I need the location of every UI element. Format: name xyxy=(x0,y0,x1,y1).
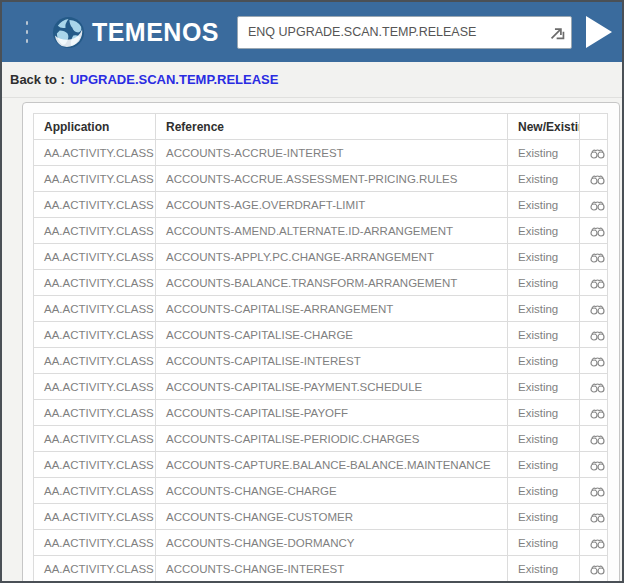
cell-status: Existing xyxy=(508,192,580,218)
table-row: AA.ACTIVITY.CLASS ACCOUNTS-CHANGE-CHARGE… xyxy=(34,478,608,504)
table-row: AA.ACTIVITY.CLASS ACCOUNTS-ACCRUE-INTERE… xyxy=(34,140,608,166)
cell-application: AA.ACTIVITY.CLASS xyxy=(34,270,156,296)
binoculars-icon xyxy=(590,434,605,445)
cell-application: AA.ACTIVITY.CLASS xyxy=(34,452,156,478)
play-icon[interactable] xyxy=(586,16,612,48)
cell-application: AA.ACTIVITY.CLASS xyxy=(34,140,156,166)
table-row: AA.ACTIVITY.CLASS ACCOUNTS-CAPITALISE-AR… xyxy=(34,296,608,322)
table-row: AA.ACTIVITY.CLASS ACCOUNTS-CHANGE-INTERE… xyxy=(34,556,608,582)
view-record-button[interactable] xyxy=(580,400,608,426)
cell-status: Existing xyxy=(508,296,580,322)
table-row: AA.ACTIVITY.CLASS ACCOUNTS-CAPITALISE-PA… xyxy=(34,400,608,426)
binoculars-icon xyxy=(590,538,605,549)
table-row: AA.ACTIVITY.CLASS ACCOUNTS-ACCRUE.ASSESS… xyxy=(34,166,608,192)
view-record-button[interactable] xyxy=(580,530,608,556)
cell-reference: ACCOUNTS-AMEND.ALTERNATE.ID-ARRANGEMENT xyxy=(156,218,508,244)
menu-icon[interactable] xyxy=(26,16,28,48)
cell-status: Existing xyxy=(508,556,580,582)
binoculars-icon xyxy=(590,226,605,237)
cell-reference: ACCOUNTS-CHANGE-CHARGE xyxy=(156,478,508,504)
cell-status: Existing xyxy=(508,322,580,348)
binoculars-icon xyxy=(590,330,605,341)
cell-application: AA.ACTIVITY.CLASS xyxy=(34,400,156,426)
view-record-button[interactable] xyxy=(580,452,608,478)
table-row: AA.ACTIVITY.CLASS ACCOUNTS-CAPITALISE-CH… xyxy=(34,322,608,348)
binoculars-icon xyxy=(590,486,605,497)
cell-application: AA.ACTIVITY.CLASS xyxy=(34,166,156,192)
column-header-new-existing: New/Existing xyxy=(508,114,580,140)
cell-reference: ACCOUNTS-CAPITALISE-ARRANGEMENT xyxy=(156,296,508,322)
table-row: AA.ACTIVITY.CLASS ACCOUNTS-AMEND.ALTERNA… xyxy=(34,218,608,244)
view-record-button[interactable] xyxy=(580,348,608,374)
binoculars-icon xyxy=(590,382,605,393)
view-record-button[interactable] xyxy=(580,374,608,400)
cell-application: AA.ACTIVITY.CLASS xyxy=(34,426,156,452)
view-record-button[interactable] xyxy=(580,244,608,270)
cell-reference: ACCOUNTS-CAPITALISE-CHARGE xyxy=(156,322,508,348)
view-record-button[interactable] xyxy=(580,218,608,244)
cell-application: AA.ACTIVITY.CLASS xyxy=(34,218,156,244)
binoculars-icon xyxy=(590,408,605,419)
temenos-logo: TEMENOS xyxy=(52,16,219,49)
table-row: AA.ACTIVITY.CLASS ACCOUNTS-AGE.OVERDRAFT… xyxy=(34,192,608,218)
cell-status: Existing xyxy=(508,374,580,400)
command-input[interactable] xyxy=(237,16,572,49)
column-header-application: Application xyxy=(34,114,156,140)
cell-reference: ACCOUNTS-AGE.OVERDRAFT-LIMIT xyxy=(156,192,508,218)
table-row: AA.ACTIVITY.CLASS ACCOUNTS-CHANGE-CUSTOM… xyxy=(34,504,608,530)
table-row: AA.ACTIVITY.CLASS ACCOUNTS-CAPTURE.BALAN… xyxy=(34,452,608,478)
table-row: AA.ACTIVITY.CLASS ACCOUNTS-CHANGE-DORMAN… xyxy=(34,530,608,556)
menu-bar xyxy=(26,30,28,34)
binoculars-icon xyxy=(590,252,605,263)
results-table: Application Reference New/Existing AA.AC… xyxy=(33,113,608,582)
cell-application: AA.ACTIVITY.CLASS xyxy=(34,192,156,218)
cell-status: Existing xyxy=(508,478,580,504)
globe-icon xyxy=(52,16,85,49)
table-row: AA.ACTIVITY.CLASS ACCOUNTS-BALANCE.TRANS… xyxy=(34,270,608,296)
cell-status: Existing xyxy=(508,218,580,244)
binoculars-icon xyxy=(590,512,605,523)
menu-bar xyxy=(26,21,28,25)
binoculars-icon xyxy=(590,356,605,367)
binoculars-icon xyxy=(590,304,605,315)
table-row: AA.ACTIVITY.CLASS ACCOUNTS-CAPITALISE-PA… xyxy=(34,374,608,400)
cell-status: Existing xyxy=(508,530,580,556)
cell-application: AA.ACTIVITY.CLASS xyxy=(34,244,156,270)
launch-icon[interactable] xyxy=(549,24,566,41)
view-record-button[interactable] xyxy=(580,504,608,530)
view-record-button[interactable] xyxy=(580,140,608,166)
cell-application: AA.ACTIVITY.CLASS xyxy=(34,530,156,556)
view-record-button[interactable] xyxy=(580,192,608,218)
view-record-button[interactable] xyxy=(580,166,608,192)
view-record-button[interactable] xyxy=(580,478,608,504)
view-record-button[interactable] xyxy=(580,426,608,452)
cell-reference: ACCOUNTS-CAPITALISE-INTEREST xyxy=(156,348,508,374)
cell-reference: ACCOUNTS-ACCRUE.ASSESSMENT-PRICING.RULES xyxy=(156,166,508,192)
view-record-button[interactable] xyxy=(580,270,608,296)
app-window: TEMENOS Back to : UPGRADE.SCAN.TEMP.RELE… xyxy=(0,0,624,583)
column-header-reference: Reference xyxy=(156,114,508,140)
menu-bar xyxy=(26,39,28,43)
cell-status: Existing xyxy=(508,140,580,166)
view-record-button[interactable] xyxy=(580,556,608,582)
cell-status: Existing xyxy=(508,400,580,426)
table-header-row: Application Reference New/Existing xyxy=(34,114,608,140)
cell-reference: ACCOUNTS-CAPITALISE-PAYMENT.SCHEDULE xyxy=(156,374,508,400)
cell-status: Existing xyxy=(508,166,580,192)
table-row: AA.ACTIVITY.CLASS ACCOUNTS-CAPITALISE-PE… xyxy=(34,426,608,452)
binoculars-icon xyxy=(590,460,605,471)
cell-reference: ACCOUNTS-CHANGE-CUSTOMER xyxy=(156,504,508,530)
top-banner: TEMENOS xyxy=(2,2,622,62)
cell-application: AA.ACTIVITY.CLASS xyxy=(34,556,156,582)
results-panel: Application Reference New/Existing AA.AC… xyxy=(22,102,620,583)
cell-status: Existing xyxy=(508,504,580,530)
view-record-button[interactable] xyxy=(580,322,608,348)
table-row: AA.ACTIVITY.CLASS ACCOUNTS-CAPITALISE-IN… xyxy=(34,348,608,374)
cell-reference: ACCOUNTS-CAPITALISE-PAYOFF xyxy=(156,400,508,426)
cell-application: AA.ACTIVITY.CLASS xyxy=(34,504,156,530)
back-to-link[interactable]: UPGRADE.SCAN.TEMP.RELEASE xyxy=(70,72,279,87)
cell-reference: ACCOUNTS-CAPTURE.BALANCE-BALANCE.MAINTEN… xyxy=(156,452,508,478)
cell-status: Existing xyxy=(508,348,580,374)
view-record-button[interactable] xyxy=(580,296,608,322)
breadcrumb: Back to : UPGRADE.SCAN.TEMP.RELEASE xyxy=(2,62,622,98)
